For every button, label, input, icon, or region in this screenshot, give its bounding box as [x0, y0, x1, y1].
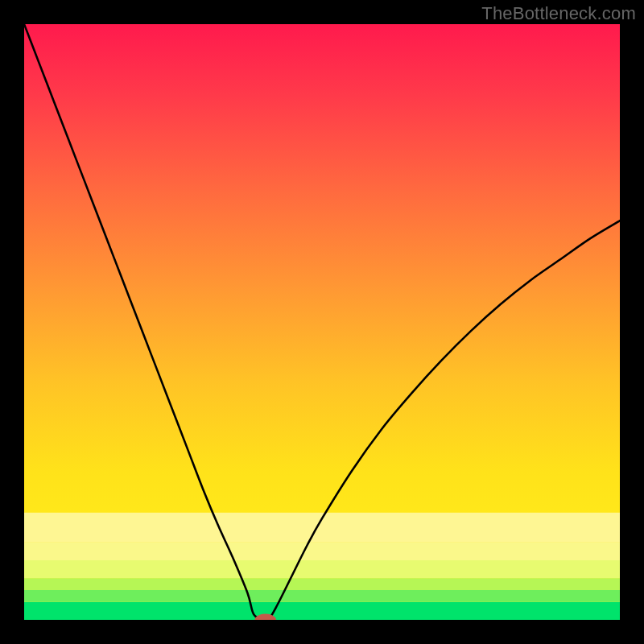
chart-svg: [24, 24, 620, 620]
chart-band: [24, 560, 620, 578]
chart-bands: [24, 513, 620, 620]
chart-band: [24, 590, 620, 602]
watermark-text: TheBottleneck.com: [481, 3, 636, 24]
chart-frame: TheBottleneck.com: [0, 0, 644, 644]
chart-plot-area: [24, 24, 620, 620]
chart-band: [24, 578, 620, 590]
chart-band: [24, 602, 620, 620]
chart-band: [24, 543, 620, 560]
